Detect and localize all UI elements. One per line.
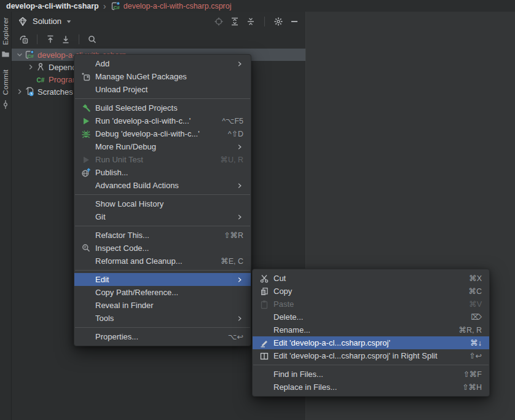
menu-item-label: Rename... xyxy=(273,325,446,335)
menu-item-edit-develop-a-cl-csharp-csproj-in-right[interactable]: Edit 'develop-a-cl...csharp.csproj' in R… xyxy=(253,349,489,362)
stripe-tab-explorer[interactable]: Explorer xyxy=(1,12,10,64)
settings-icon[interactable] xyxy=(273,17,283,26)
menu-item-edit[interactable]: Edit xyxy=(74,273,251,286)
expand-all-icon[interactable] xyxy=(230,17,240,26)
menu-item-label: Edit 'develop-a-cl...csharp.csproj' xyxy=(273,338,457,347)
menu-item-add[interactable]: Add xyxy=(74,57,251,70)
menu-item-shortcut: ⇧⌘H xyxy=(462,382,482,392)
paste-icon xyxy=(259,299,269,309)
menu-separator xyxy=(75,270,250,271)
scroll-to-bottom-icon[interactable] xyxy=(61,34,71,44)
menu-item-label: Run 'develop-a-cli-with-c...' xyxy=(95,116,208,125)
cut-icon xyxy=(259,274,269,283)
menu-item-label: Tools xyxy=(95,314,229,323)
solution-panel-toolbar xyxy=(12,31,305,47)
menu-separator xyxy=(253,365,489,365)
menu-item-delete[interactable]: Delete...⌦ xyxy=(253,311,489,323)
commit-icon xyxy=(1,100,10,109)
menu-item-shortcut: ⇧⌘R xyxy=(224,231,243,240)
menu-item-label: Replace in Files... xyxy=(273,382,449,392)
menu-item-label: Build Selected Projects xyxy=(95,103,243,113)
chevron-right-icon[interactable] xyxy=(25,63,36,71)
menu-item-manage-nuget-packages[interactable]: Manage NuGet Packages xyxy=(74,70,251,83)
folder-icon xyxy=(1,49,10,59)
menu-item-icon-spacer xyxy=(259,370,269,379)
menu-item-shortcut: ⌘U, R xyxy=(221,155,244,164)
menu-item-debug-develop-a-cli-with-c[interactable]: Debug 'develop-a-cli-with-c...'^⇧D xyxy=(74,127,251,140)
scroll-to-top-icon[interactable] xyxy=(45,34,55,44)
menu-item-publish[interactable]: Publish... xyxy=(74,166,251,179)
chevron-down-icon[interactable] xyxy=(14,50,25,59)
menu-item-replace-in-files[interactable]: Replace in Files...⇧⌘H xyxy=(253,381,489,394)
menu-item-icon-spacer xyxy=(81,275,91,285)
menu-item-advanced-build-actions[interactable]: Advanced Build Actions xyxy=(74,179,251,192)
menu-item-icon-spacer xyxy=(81,212,91,222)
menu-item-more-run-debug[interactable]: More Run/Debug xyxy=(74,140,251,153)
menu-item-label: Refactor This... xyxy=(95,231,210,240)
run-disabled-icon xyxy=(81,155,91,165)
panel-title[interactable]: Solution xyxy=(33,17,61,26)
minimize-icon[interactable] xyxy=(289,17,299,26)
copy-icon xyxy=(259,287,269,296)
menu-item-label: Paste xyxy=(273,299,455,309)
menu-item-icon-spacer xyxy=(81,231,91,240)
menu-item-inspect-code[interactable]: Inspect Code... xyxy=(74,242,251,255)
submenu-arrow-icon xyxy=(235,213,243,221)
menu-item-reformat-and-cleanup[interactable]: Reformat and Cleanup...⌘E, C xyxy=(74,255,251,267)
dependencies-icon xyxy=(36,62,45,72)
menu-item-icon-spacer xyxy=(81,85,91,95)
menu-item-icon-spacer xyxy=(81,332,91,342)
csharp-file-icon: C# xyxy=(36,74,45,84)
menu-item-rename[interactable]: Rename...⌘R, R xyxy=(253,323,489,336)
submenu-arrow-icon xyxy=(235,276,243,283)
menu-item-find-in-files[interactable]: Find in Files...⇧⌘F xyxy=(253,368,489,381)
select-opened-file-icon[interactable] xyxy=(19,34,29,44)
dropdown-caret-icon[interactable] xyxy=(65,17,73,26)
menu-item-label: Find in Files... xyxy=(273,370,449,379)
menu-item-run-develop-a-cli-with-c[interactable]: Run 'develop-a-cli-with-c...'^⌥F5 xyxy=(74,114,251,127)
inspect-code-icon xyxy=(81,244,91,253)
submenu-arrow-icon xyxy=(235,315,243,322)
menu-item-show-local-history[interactable]: Show Local History xyxy=(74,197,251,210)
toolbar-separator xyxy=(37,34,37,44)
menu-item-label: Copy xyxy=(273,287,455,296)
menu-item-cut[interactable]: Cut⌘X xyxy=(253,272,489,285)
breadcrumb-file[interactable]: develop-a-cli-with-csharp.csproj xyxy=(124,2,232,10)
menu-item-label: Reveal in Finder xyxy=(95,301,243,310)
menu-item-tools[interactable]: Tools xyxy=(74,312,251,325)
menu-item-icon-spacer xyxy=(259,382,269,392)
menu-item-copy[interactable]: Copy⌘C xyxy=(253,285,489,298)
menu-item-reveal-in-finder[interactable]: Reveal in Finder xyxy=(74,299,251,312)
menu-item-git[interactable]: Git xyxy=(74,210,251,223)
menu-item-shortcut: ⌘↓ xyxy=(470,338,482,347)
edit-pencil-icon xyxy=(259,338,269,348)
target-icon[interactable] xyxy=(214,17,224,26)
tool-window-stripe: ExplorerCommit xyxy=(0,12,12,420)
menu-item-label: More Run/Debug xyxy=(95,142,229,151)
menu-item-edit-develop-a-cl-csharp-csproj[interactable]: Edit 'develop-a-cl...csharp.csproj'⌘↓ xyxy=(253,336,489,349)
menu-item-icon-spacer xyxy=(81,59,91,69)
scratches-icon xyxy=(25,87,34,97)
menu-item-label: Git xyxy=(95,212,229,221)
collapse-all-icon[interactable] xyxy=(246,17,256,26)
menu-item-copy-path-reference[interactable]: Copy Path/Reference... xyxy=(74,286,251,299)
menu-item-refactor-this[interactable]: Refactor This...⇧⌘R xyxy=(74,229,251,242)
menu-item-unload-project[interactable]: Unload Project xyxy=(74,83,251,96)
stripe-tab-commit[interactable]: Commit xyxy=(1,64,10,114)
menu-item-label: Debug 'develop-a-cli-with-c...' xyxy=(95,129,214,138)
svg-text:C#: C# xyxy=(28,53,34,59)
chevron-right-icon[interactable] xyxy=(14,87,25,96)
menu-item-properties[interactable]: Properties...⌥↩ xyxy=(74,330,251,343)
menu-item-shortcut: ⌥↩ xyxy=(228,332,243,341)
edit-submenu: Cut⌘XCopy⌘CPaste⌘VDelete...⌦Rename...⌘R,… xyxy=(252,269,490,397)
menu-item-build-selected-projects[interactable]: Build Selected Projects xyxy=(74,101,251,114)
menu-item-label: Show Local History xyxy=(95,199,243,208)
breadcrumb-project[interactable]: develop-a-cli-with-csharp xyxy=(6,2,99,10)
menu-item-label: Delete... xyxy=(273,312,457,322)
menu-item-shortcut: ⌘R, R xyxy=(459,325,482,335)
menu-item-icon-spacer xyxy=(259,325,269,335)
search-icon[interactable] xyxy=(87,34,97,44)
menu-separator xyxy=(75,327,250,328)
menu-item-label: Publish... xyxy=(95,168,243,177)
menu-item-icon-spacer xyxy=(81,181,91,191)
